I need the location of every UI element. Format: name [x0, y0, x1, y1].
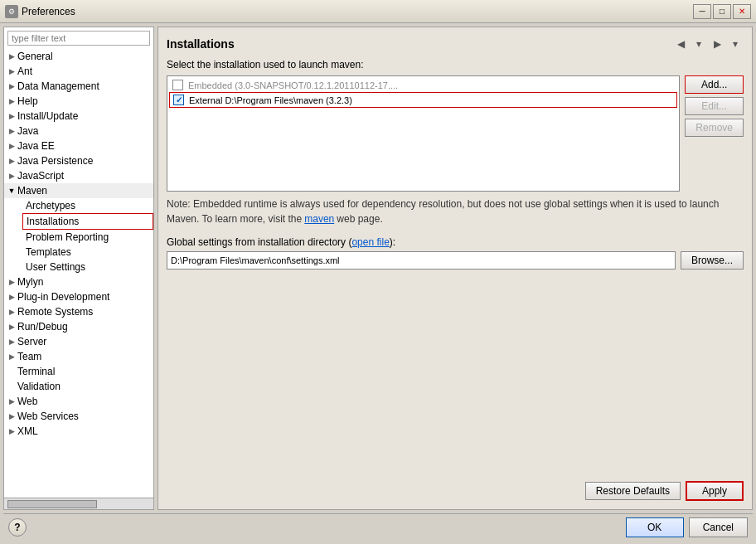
expand-arrow: ▶ [7, 50, 16, 63]
expand-arrow: ▶ [7, 350, 16, 363]
window-title: Preferences [22, 6, 690, 17]
sidebar-item-web[interactable]: ▶ Web [4, 394, 153, 409]
sidebar-item-templates[interactable]: Templates [22, 245, 153, 260]
add-button[interactable]: Add... [685, 75, 744, 94]
expand-arrow: ▶ [7, 320, 16, 333]
sidebar-item-maven[interactable]: ▼ Maven [4, 183, 153, 198]
restore-defaults-button[interactable]: Restore Defaults [585, 482, 681, 500]
expand-arrow: ▶ [7, 95, 16, 108]
sidebar-item-mylyn[interactable]: ▶ Mylyn [4, 274, 153, 289]
embedded-checkbox[interactable] [172, 80, 183, 90]
dropdown-icon[interactable]: ▾ [691, 36, 707, 52]
sidebar-scrollbar[interactable] [4, 498, 153, 509]
expand-arrow: ▶ [7, 65, 16, 78]
sidebar-item-xml[interactable]: ▶ XML [4, 424, 153, 439]
installations-list: Embedded (3.0-SNAPSHOT/0.12.1.20110112-1… [167, 75, 680, 192]
open-file-link[interactable]: open file [351, 236, 389, 248]
expand-arrow: ▶ [7, 169, 16, 182]
external-checkbox[interactable]: ✓ [173, 95, 184, 105]
sidebar-item-server[interactable]: ▶ Server [4, 334, 153, 349]
sidebar-item-user-settings[interactable]: User Settings [22, 260, 153, 274]
sidebar-item-team[interactable]: ▶ Team [4, 349, 153, 364]
sidebar-item-plugin-development[interactable]: ▶ Plug-in Development [4, 289, 153, 304]
sidebar-item-run-debug[interactable]: ▶ Run/Debug [4, 319, 153, 334]
expand-arrow: ▶ [7, 154, 16, 168]
expand-arrow: ▶ [7, 275, 16, 289]
global-settings: Global settings from installation direct… [167, 236, 744, 270]
browse-button[interactable]: Browse... [681, 251, 744, 270]
expand-arrow: ▶ [7, 335, 16, 348]
expand-arrow: ▶ [7, 139, 16, 153]
sidebar-item-general[interactable]: ▶ General [4, 49, 153, 64]
sidebar-item-help[interactable]: ▶ Help [4, 94, 153, 109]
window-controls: ─ □ ✕ [693, 4, 751, 19]
filter-input[interactable] [7, 31, 150, 46]
content-area: ▶ General ▶ Ant ▶ Data Management ▶ Help [3, 27, 753, 510]
panel-header: Installations ◀ ▾ ▶ ▾ [167, 36, 744, 52]
action-buttons: Restore Defaults Apply [167, 476, 744, 501]
embedded-label: Embedded (3.0-SNAPSHOT/0.12.1.20110112-1… [188, 80, 398, 90]
expand-arrow: ▼ [7, 184, 16, 197]
maximize-button[interactable]: □ [713, 4, 731, 19]
expand-arrow: ▶ [7, 425, 16, 438]
forward-icon[interactable]: ▶ [709, 36, 725, 52]
sidebar-item-install-update[interactable]: ▶ Install/Update [4, 109, 153, 124]
install-buttons: Add... Edit... Remove [685, 75, 744, 192]
maven-children: Archetypes Installations Problem Reporti… [4, 198, 153, 274]
cancel-button[interactable]: Cancel [689, 517, 748, 537]
sidebar-item-javascript[interactable]: ▶ JavaScript [4, 168, 153, 183]
expand-arrow: ▶ [7, 395, 16, 408]
title-bar: ⚙ Preferences ─ □ ✕ [0, 0, 756, 23]
maven-link[interactable]: maven [304, 213, 334, 225]
select-label: Select the installation used to launch m… [167, 59, 744, 70]
installations-section: Select the installation used to launch m… [167, 59, 744, 226]
remove-button[interactable]: Remove [685, 119, 744, 137]
sidebar-item-problem-reporting[interactable]: Problem Reporting [22, 230, 153, 245]
right-panel: Installations ◀ ▾ ▶ ▾ Select the install… [158, 27, 753, 510]
menu-icon[interactable]: ▾ [727, 36, 744, 52]
panel-title: Installations [167, 37, 235, 51]
spacer [167, 276, 744, 469]
settings-path-input[interactable] [167, 251, 676, 270]
expand-arrow: ▶ [7, 305, 16, 318]
expand-arrow: ▶ [7, 124, 16, 138]
help-button[interactable]: ? [8, 518, 27, 537]
expand-arrow: ▶ [7, 410, 16, 423]
settings-row: Browse... [167, 251, 744, 270]
apply-button[interactable]: Apply [686, 481, 744, 501]
sidebar-item-java[interactable]: ▶ Java [4, 124, 153, 138]
expand-arrow: ▶ [7, 290, 16, 304]
toolbar-icons: ◀ ▾ ▶ ▾ [672, 36, 744, 52]
sidebar-item-terminal[interactable]: Terminal [4, 364, 153, 379]
ok-button[interactable]: OK [626, 517, 684, 537]
sidebar-item-java-ee[interactable]: ▶ Java EE [4, 138, 153, 153]
sidebar-item-java-persistence[interactable]: ▶ Java Persistence [4, 153, 153, 168]
back-icon[interactable]: ◀ [672, 36, 689, 52]
sidebar-item-data-management[interactable]: ▶ Data Management [4, 79, 153, 94]
minimize-button[interactable]: ─ [693, 4, 711, 19]
expand-arrow: ▶ [7, 80, 16, 93]
dialog-right-buttons: OK Cancel [626, 517, 748, 537]
sidebar-item-archetypes[interactable]: Archetypes [22, 198, 153, 213]
sidebar-item-ant[interactable]: ▶ Ant [4, 64, 153, 79]
sidebar-item-remote-systems[interactable]: ▶ Remote Systems [4, 304, 153, 319]
close-button[interactable]: ✕ [733, 4, 751, 19]
installations-box: Embedded (3.0-SNAPSHOT/0.12.1.20110112-1… [167, 75, 744, 192]
external-label: External D:\Program Files\maven (3.2.3) [189, 95, 352, 105]
expand-arrow: ▶ [7, 109, 16, 123]
app-icon: ⚙ [5, 5, 18, 18]
sidebar-item-web-services[interactable]: ▶ Web Services [4, 409, 153, 424]
main-container: ▶ General ▶ Ant ▶ Data Management ▶ Help [0, 23, 756, 544]
install-item-embedded[interactable]: Embedded (3.0-SNAPSHOT/0.12.1.20110112-1… [169, 78, 677, 92]
sidebar: ▶ General ▶ Ant ▶ Data Management ▶ Help [3, 27, 154, 510]
sidebar-item-validation[interactable]: Validation [4, 379, 153, 394]
dialog-buttons: ? OK Cancel [3, 513, 753, 541]
note-text: Note: Embedded runtime is always used fo… [167, 197, 744, 226]
sidebar-item-installations[interactable]: Installations [22, 213, 153, 230]
install-item-external[interactable]: ✓ External D:\Program Files\maven (3.2.3… [169, 92, 677, 108]
tree-area: ▶ General ▶ Ant ▶ Data Management ▶ Help [4, 49, 153, 498]
edit-button[interactable]: Edit... [685, 97, 744, 115]
settings-label: Global settings from installation direct… [167, 236, 744, 248]
